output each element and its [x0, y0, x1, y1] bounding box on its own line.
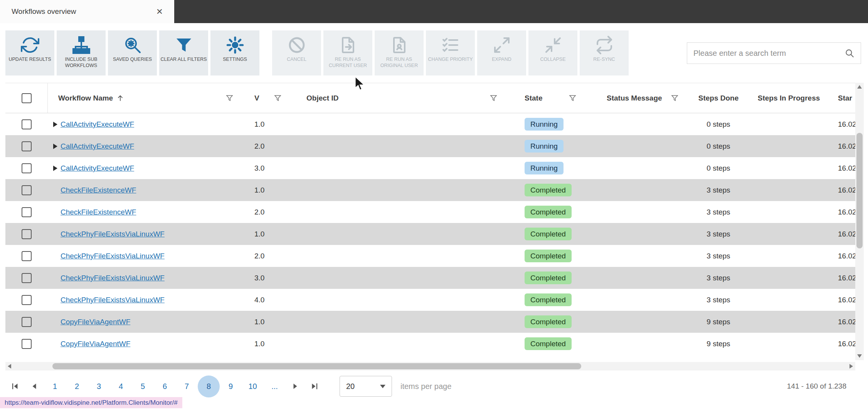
vertical-scrollbar-thumb[interactable] — [856, 133, 863, 248]
workflow-name-link[interactable]: CopyFileViaAgentWF — [61, 340, 130, 348]
select-cell — [5, 201, 48, 223]
tab-close-icon[interactable]: × — [156, 6, 163, 17]
header-object-id: Object ID — [285, 83, 505, 113]
steps-done-cell: 3 steps — [686, 289, 751, 311]
workflow-name-cell: CopyFileViaAgentWF — [48, 311, 241, 333]
row-checkbox[interactable] — [22, 273, 32, 283]
page-button-5[interactable]: 5 — [132, 375, 154, 397]
version-filter-icon[interactable] — [274, 94, 282, 102]
row-checkbox[interactable] — [22, 317, 32, 327]
row-checkbox[interactable] — [22, 251, 32, 261]
workflow-name-link[interactable]: CopyFileViaAgentWF — [61, 318, 130, 326]
row-checkbox[interactable] — [22, 295, 32, 305]
row-checkbox[interactable] — [22, 229, 32, 239]
row-checkbox[interactable] — [22, 339, 32, 349]
first-page-button[interactable] — [5, 375, 25, 397]
page-button-8[interactable]: 8 — [198, 375, 220, 397]
select-cell — [5, 157, 48, 179]
horizontal-scrollbar-thumb[interactable] — [52, 363, 581, 369]
workflow-name-link[interactable]: CheckFileExistenceWF — [61, 186, 136, 194]
page-button-10[interactable]: 10 — [242, 375, 264, 397]
saved-queries-icon — [123, 36, 142, 54]
change-priority-button[interactable]: CHANGE PRIORITY — [426, 30, 475, 75]
status-message-cell — [584, 267, 686, 289]
saved-queries-button[interactable]: SAVED QUERIES — [108, 30, 157, 75]
workflow-name-link[interactable]: CheckPhyFileExistsViaLinuxWF — [61, 274, 165, 282]
cancel-button[interactable]: CANCEL — [272, 30, 321, 75]
workflow-name-link[interactable]: CheckPhyFileExistsViaLinuxWF — [61, 252, 165, 260]
header-started: Star — [826, 83, 855, 113]
re-run-as-original-user-button[interactable]: RE RUN AS ORIGINAL USER — [375, 30, 424, 75]
previous-page-button[interactable] — [25, 375, 44, 397]
workflow-name-link[interactable]: CheckPhyFileExistsViaLinuxWF — [61, 296, 165, 304]
header-version: V — [241, 83, 285, 113]
state-badge: Completed — [525, 250, 572, 263]
started-cell: 16.02 — [826, 201, 855, 223]
clear-all-filters-button[interactable]: CLEAR ALL FILTERS — [159, 30, 208, 75]
collapse-button[interactable]: COLLAPSE — [528, 30, 577, 75]
workflow-name-cell: CallActivityExecuteWF — [48, 157, 241, 179]
steps-done-cell: 9 steps — [686, 311, 751, 333]
scroll-up-arrow-icon[interactable] — [857, 85, 862, 89]
page-size-select[interactable]: 20 — [340, 376, 392, 397]
workflow-name-link[interactable]: CheckFileExistenceWF — [61, 208, 136, 216]
state-cell: Completed — [505, 267, 584, 289]
version-cell: 1.0 — [241, 223, 285, 245]
workflow-name-link[interactable]: CallActivityExecuteWF — [61, 164, 134, 173]
state-filter-icon[interactable] — [569, 94, 577, 102]
settings-button[interactable]: SETTINGS — [210, 30, 259, 75]
object-id-filter-icon[interactable] — [490, 94, 498, 102]
row-checkbox[interactable] — [22, 163, 32, 173]
row-checkbox[interactable] — [22, 119, 32, 129]
page-button-4[interactable]: 4 — [110, 375, 132, 397]
workflow-name-link[interactable]: CheckPhyFileExistsViaLinuxWF — [61, 230, 165, 238]
re-sync-button[interactable]: RE-SYNC — [580, 30, 629, 75]
last-page-button[interactable] — [305, 375, 324, 397]
select-all-checkbox[interactable] — [22, 93, 32, 103]
horizontal-scrollbar[interactable] — [5, 362, 855, 370]
sort-ascending-icon[interactable] — [116, 94, 124, 102]
workflow-name-filter-icon[interactable] — [225, 94, 234, 102]
pagination-bar: 12345678910... 20 items per page 141 - 1… — [5, 372, 858, 400]
page-button-2[interactable]: 2 — [66, 375, 88, 397]
scroll-down-arrow-icon[interactable] — [857, 354, 862, 358]
scroll-right-arrow-icon[interactable] — [849, 364, 853, 369]
expand-caret-icon[interactable] — [53, 166, 57, 171]
version-cell: 1.0 — [241, 333, 285, 355]
page-button-9[interactable]: 9 — [220, 375, 242, 397]
vertical-scrollbar[interactable] — [855, 83, 864, 360]
steps-in-progress-cell — [751, 179, 826, 201]
search-icon[interactable] — [844, 48, 855, 58]
page-ellipsis[interactable]: ... — [264, 375, 286, 397]
row-checkbox[interactable] — [22, 207, 32, 217]
search-input[interactable] — [693, 49, 844, 58]
workflow-name-link[interactable]: CallActivityExecuteWF — [61, 120, 134, 129]
version-cell: 3.0 — [241, 157, 285, 179]
row-checkbox[interactable] — [22, 185, 32, 195]
status-message-filter-icon[interactable] — [671, 94, 679, 102]
expand-caret-icon[interactable] — [53, 144, 57, 149]
version-cell: 2.0 — [241, 135, 285, 157]
header-status-message: Status Message — [584, 83, 686, 113]
page-button-3[interactable]: 3 — [88, 375, 110, 397]
state-cell: Completed — [505, 289, 584, 311]
expand-caret-icon[interactable] — [53, 122, 57, 127]
row-checkbox[interactable] — [22, 141, 32, 151]
re-run-as-current-user-button[interactable]: RE RUN AS CURRENT USER — [323, 30, 372, 75]
workflow-name-link[interactable]: CallActivityExecuteWF — [61, 142, 134, 151]
collapse-icon — [544, 36, 562, 54]
page-button-7[interactable]: 7 — [176, 375, 198, 397]
page-button-1[interactable]: 1 — [44, 375, 66, 397]
version-cell: 1.0 — [241, 179, 285, 201]
steps-done-value: 0 steps — [707, 142, 730, 151]
expand-button[interactable]: EXPAND — [477, 30, 526, 75]
scroll-left-arrow-icon[interactable] — [8, 364, 11, 369]
include-sub-workflows-button[interactable]: INCLUDE SUB WORKFLOWS — [57, 30, 106, 75]
tab-workflows-overview[interactable]: Workflows overview × — [0, 0, 174, 23]
page-button-6[interactable]: 6 — [154, 375, 176, 397]
update-results-button[interactable]: UPDATE RESULTS — [5, 30, 54, 75]
next-page-button[interactable] — [286, 375, 305, 397]
state-badge: Completed — [525, 315, 572, 329]
steps-done-value: 3 steps — [707, 274, 730, 282]
window-top-bar: Workflows overview × — [0, 0, 868, 23]
